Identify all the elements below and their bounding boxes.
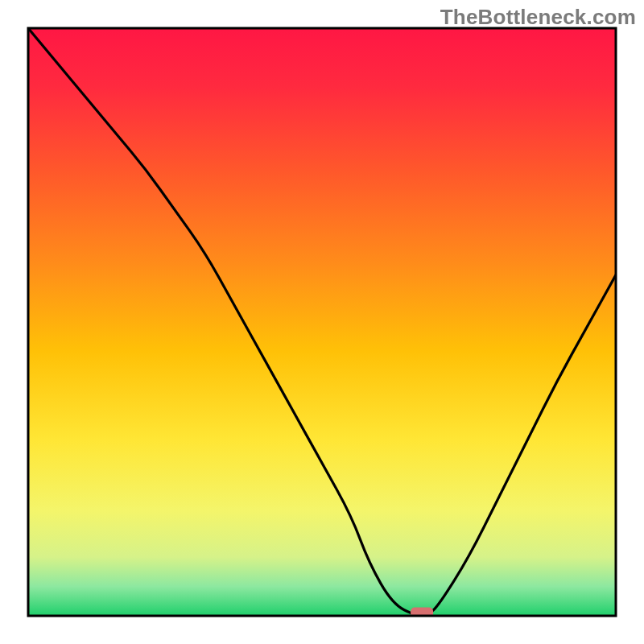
plot-background <box>28 28 616 616</box>
watermark-label: TheBottleneck.com <box>440 5 636 30</box>
chart-container: TheBottleneck.com <box>0 0 644 644</box>
bottleneck-chart <box>0 0 644 644</box>
